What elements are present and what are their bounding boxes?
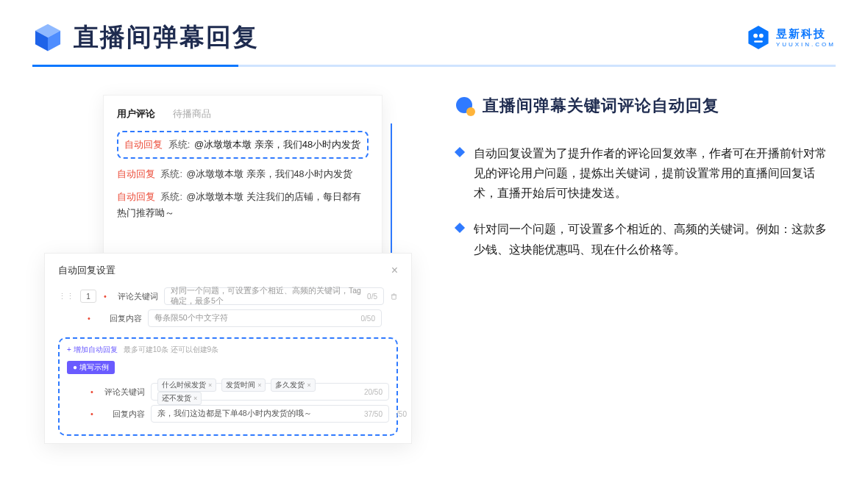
svg-point-4 (753, 34, 758, 38)
svg-point-5 (759, 34, 764, 38)
auto-reply-label: 自动回复 (124, 139, 163, 150)
left-column: 用户评论 待播商品 自动回复 系统: @冰墩墩本墩 亲亲，我们48小时内发货 自… (44, 95, 412, 276)
tab-pending-products[interactable]: 待播商品 (173, 107, 211, 121)
paragraph: 自动回复设置为了提升作者的评论回复效率，作者可在开播前针对常见的评论用户问题，提… (474, 143, 836, 203)
content-label: 回复内容 (98, 313, 142, 324)
keyword-label: 评论关键词 (101, 387, 145, 398)
outer-count: /50 (396, 410, 407, 418)
paragraph: 针对同一个问题，可设置多个相近的、高频的关键词。例如：这款多少钱、这块能优惠吗、… (474, 219, 836, 259)
brand-text: 昱新科技 YUUXIN.COM (776, 28, 836, 48)
svg-marker-3 (748, 26, 768, 49)
section-title: 直播间弹幕关键词评论自动回复 (483, 95, 719, 117)
limit-text: 最多可建10条 还可以创建9条 (124, 345, 218, 355)
bullet-point: 针对同一个问题，可设置多个相近的、高频的关键词。例如：这款多少钱、这块能优惠吗、… (456, 219, 836, 259)
required-mark: • (102, 292, 108, 301)
close-icon[interactable]: × (391, 264, 398, 277)
keyword-tag[interactable]: 发货时间× (221, 378, 266, 392)
svg-rect-6 (754, 40, 763, 42)
drag-handle-icon[interactable]: ⋮⋮ (58, 292, 74, 301)
content-value: 亲，我们这边都是下单48小时内发货的哦～ (157, 409, 312, 419)
char-count: 20/50 (364, 388, 383, 396)
cube-icon (32, 22, 63, 53)
tag-remove-icon[interactable]: × (307, 381, 310, 389)
diamond-icon (455, 223, 465, 233)
content-input[interactable]: 每条限50个中文字符 0/50 (148, 309, 382, 327)
keyword-tag[interactable]: 什么时候发货× (157, 378, 216, 392)
required-mark: • (89, 409, 95, 418)
system-label: 系统: (168, 139, 191, 150)
tag-list: 什么时候发货× 发货时间× 多久发货× 还不发货× (157, 378, 364, 405)
title-wrap: 直播间弹幕回复 (32, 21, 259, 54)
tag-remove-icon[interactable]: × (257, 381, 261, 389)
tag-remove-icon[interactable]: × (193, 395, 197, 402)
tag-remove-icon[interactable]: × (208, 381, 212, 389)
required-mark: • (89, 387, 95, 396)
placeholder-text: 对同一个问题，可设置多个相近、高频的关键词，Tag确定，最多5个 (171, 286, 367, 306)
brand: 昱新科技 YUUXIN.COM (747, 25, 836, 50)
diamond-icon (455, 147, 465, 157)
comment-text: @冰墩墩本墩 亲亲，我们48小时内发货 (194, 139, 360, 150)
comment-row-highlighted: 自动回复 系统: @冰墩墩本墩 亲亲，我们48小时内发货 (117, 131, 369, 159)
content-label: 回复内容 (101, 409, 145, 420)
keyword-tag[interactable]: 还不发货× (157, 392, 202, 405)
char-count: 37/50 (364, 410, 383, 418)
comment-text: @冰墩墩本墩 亲亲，我们48小时内发货 (186, 169, 352, 179)
settings-title: 自动回复设置 (58, 264, 115, 277)
tab-user-comments[interactable]: 用户评论 (117, 107, 155, 121)
comments-card: 用户评论 待播商品 自动回复 系统: @冰墩墩本墩 亲亲，我们48小时内发货 自… (103, 95, 383, 260)
char-count: 0/5 (367, 293, 377, 301)
placeholder-text: 每条限50个中文字符 (154, 313, 228, 323)
auto-reply-label: 自动回复 (117, 169, 155, 179)
example-box: + 增加自动回复 最多可建10条 还可以创建9条 ● 填写示例 • 评论关键词 … (58, 337, 398, 436)
comment-row: 自动回复 系统: @冰墩墩本墩 亲亲，我们48小时内发货 (117, 166, 369, 183)
example-badge: ● 填写示例 (67, 361, 115, 374)
brand-cn: 昱新科技 (776, 28, 836, 39)
delete-icon[interactable] (390, 293, 398, 301)
keyword-input[interactable]: 对同一个问题，可设置多个相近、高频的关键词，Tag确定，最多5个 0/5 (164, 287, 384, 305)
comments-tabs: 用户评论 待播商品 (117, 107, 369, 121)
char-count: 0/50 (361, 315, 375, 323)
example-content-input[interactable]: 亲，我们这边都是下单48小时内发货的哦～ 37/50 (151, 405, 389, 423)
brand-en: YUUXIN.COM (776, 42, 836, 48)
required-mark: • (86, 314, 92, 323)
system-label: 系统: (160, 169, 182, 179)
system-label: 系统: (160, 192, 182, 202)
header: 直播间弹幕回复 昱新科技 YUUXIN.COM (0, 0, 868, 54)
bullet-point: 自动回复设置为了提升作者的评论回复效率，作者可在开播前针对常见的评论用户问题，提… (456, 143, 836, 203)
comment-row: 自动回复 系统: @冰墩墩本墩 关注我们的店铺，每日都有热门推荐呦～ (117, 189, 369, 222)
keyword-tag[interactable]: 多久发货× (271, 378, 315, 392)
auto-reply-label: 自动回复 (117, 192, 155, 202)
svg-rect-7 (392, 295, 396, 299)
add-auto-reply-link[interactable]: + 增加自动回复 (67, 345, 118, 355)
page-title: 直播间弹幕回复 (74, 21, 259, 54)
brand-logo-icon (747, 25, 770, 50)
keyword-label: 评论关键词 (114, 291, 158, 302)
bubble-icon (456, 97, 474, 115)
settings-card: 自动回复设置 × ⋮⋮ 1 • 评论关键词 对同一个问题，可设置多个相近、高频的… (44, 253, 412, 444)
example-keyword-input[interactable]: 什么时候发货× 发货时间× 多久发货× 还不发货× 20/50 (151, 383, 389, 401)
right-column: 直播间弹幕关键词评论自动回复 自动回复设置为了提升作者的评论回复效率，作者可在开… (456, 95, 836, 276)
rule-index: 1 (80, 290, 96, 303)
